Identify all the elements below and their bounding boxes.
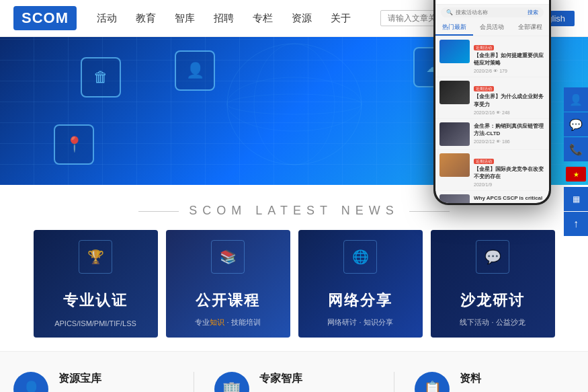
- card-icon-2: 📚: [211, 240, 245, 274]
- phone-list-item-3: 金生界：购销到真供应链管理方法-CLTD 2020/2/12 👁 186: [435, 119, 549, 150]
- phone-item-text-3: 金生界：购销到真供应链管理方法-CLTD 2020/2/12 👁 186: [474, 122, 545, 146]
- phone-item-meta-2: 2020/2/16 👁 248: [474, 110, 545, 115]
- phone-item-tag-2: 近期活动: [474, 86, 494, 91]
- logo[interactable]: SCOM: [13, 6, 77, 30]
- svg-point-0: [227, 44, 362, 165]
- phone-item-tag-1: 近期活动: [474, 45, 494, 50]
- phone-search-icon: 🔍: [446, 9, 453, 15]
- phone-tab-member[interactable]: 会员活动: [473, 20, 511, 36]
- right-sidebar: 👤 💬 📞 ★ ▦ ↑: [564, 87, 588, 236]
- card-subtitle-3: 网络研讨 · 知识分享: [298, 317, 423, 327]
- service-divider-1: [194, 372, 194, 392]
- card-subtitle-1: APICS/ISM/PMI/TIF/LSS: [34, 319, 158, 327]
- card-icon-1: 🏆: [79, 240, 112, 274]
- card-salon[interactable]: 💬 沙龙研讨 线下活动 · 公益沙龙: [431, 230, 555, 338]
- phone-tabs: 热门最新 会员活动 全部课程: [435, 20, 549, 36]
- phone-item-image-5: [439, 194, 470, 203]
- service-experts[interactable]: 🏢 专家智库 为广大求知者组建了拥有丰厚资历的高级专家智库: [214, 358, 374, 392]
- phone-item-text-5: Why APCS CSCP is critical to supp... Lea…: [474, 194, 545, 203]
- service-materials[interactable]: 📋 资料 SCOM 精品文: [415, 358, 575, 392]
- service-icon-materials: 📋: [415, 372, 450, 392]
- svg-point-3: [227, 94, 362, 114]
- card-icon-4: 💬: [476, 240, 509, 274]
- sidebar-flag-btn[interactable]: ★: [564, 162, 588, 186]
- sidebar-chat-btn[interactable]: 💬: [564, 112, 588, 136]
- service-icon-resources: 👤: [13, 372, 48, 392]
- phone-list-item-1: 近期活动 【金生界】如何提建重要供应链应对策略 2020/2/6 👁 179: [435, 36, 549, 77]
- phone-app-header: ✕ 活动列表 ···: [435, 0, 549, 5]
- nav-item-about[interactable]: 关于: [331, 12, 351, 25]
- phone-header-title: 活动列表: [478, 0, 507, 1]
- service-text-materials: 资料 SCOM 精品文: [460, 372, 510, 392]
- card-icon-3: 🌐: [343, 240, 377, 274]
- main-nav: 活动 教育 智库 招聘 专栏 资源 关于: [97, 12, 380, 25]
- sidebar-phone-btn[interactable]: 📞: [564, 137, 588, 161]
- phone-item-tag-4: 近期活动: [474, 159, 494, 164]
- phone-item-image-4: [439, 153, 470, 177]
- phone-frame: 2:36 ▓ 100% ✕ 活动列表 ··· 🔍 搜索 热门最新: [433, 0, 551, 205]
- services-row: 👤 资源宝库 为供应链人士提供各类优质资源站点与便捷服务平台 🏢 专家智库 为广…: [0, 351, 588, 392]
- service-resources[interactable]: 👤 资源宝库 为供应链人士提供各类优质资源站点与便捷服务平台: [13, 358, 173, 392]
- nav-item-columns[interactable]: 专栏: [253, 12, 273, 25]
- nav-item-jobs[interactable]: 招聘: [214, 12, 234, 25]
- sidebar-qr-btn[interactable]: ▦: [564, 187, 588, 211]
- card-deco-3: 🌐: [298, 240, 423, 274]
- card-title-1: 专业认证: [34, 290, 158, 311]
- phone-item-title-4: 【金星】国际炎龙竞争在改变不变的存在: [474, 165, 545, 180]
- hero-globe-svg: [194, 37, 395, 171]
- phone-item-text-1: 近期活动 【金生界】如何提建重要供应链应对策略 2020/2/6 👁 179: [474, 40, 545, 73]
- phone-item-image-2: [439, 81, 470, 104]
- service-icon-experts: 🏢: [214, 372, 249, 392]
- flag-icon: ★: [566, 167, 586, 182]
- service-divider-2: [394, 372, 394, 392]
- service-text-resources: 资源宝库 为供应链人士提供各类优质资源站点与便捷服务平台: [58, 372, 173, 392]
- phone-list-item-4: 近期活动 【金星】国际炎龙竞争在改变不变的存在 2020/1/9: [435, 150, 549, 191]
- card-sharing[interactable]: 🌐 网络分享 网络研讨 · 知识分享: [298, 230, 423, 338]
- phone-overlay: 2:36 ▓ 100% ✕ 活动列表 ··· 🔍 搜索 热门最新: [433, 0, 551, 205]
- card-deco-1: 🏆: [34, 240, 158, 274]
- hero-icon-4: 📍: [54, 124, 94, 165]
- phone-item-meta-3: 2020/2/12 👁 186: [474, 139, 545, 144]
- svg-point-2: [227, 77, 362, 131]
- sidebar-up-btn[interactable]: ↑: [564, 212, 588, 236]
- phone-item-title-2: 【金生界】为什么成企业财务享受力: [474, 93, 545, 108]
- phone-tab-all[interactable]: 全部课程: [511, 20, 549, 36]
- service-title-materials: 资料: [460, 372, 510, 386]
- card-title-3: 网络分享: [298, 290, 423, 311]
- card-title-4: 沙龙研讨: [431, 290, 555, 311]
- phone-item-meta-1: 2020/2/6 👁 179: [474, 69, 545, 73]
- nav-item-resources[interactable]: 资源: [292, 12, 312, 25]
- card-deco-4: 💬: [431, 240, 555, 274]
- card-courses[interactable]: 📚 公开课程 专业知识 · 技能培训: [166, 230, 290, 338]
- phone-item-title-1: 【金生界】如何提建重要供应链应对策略: [474, 52, 545, 67]
- service-title-experts: 专家智库: [259, 372, 374, 386]
- phone-search-input[interactable]: [456, 9, 516, 15]
- phone-search-submit[interactable]: 搜索: [528, 9, 538, 16]
- phone-list-item-5: Why APCS CSCP is critical to supp... Lea…: [435, 191, 549, 203]
- cards-row: 🏆 专业认证 APICS/ISM/PMI/TIF/LSS 📚 公开课程 专业知识…: [0, 230, 588, 351]
- phone-tab-hot[interactable]: 热门最新: [435, 20, 473, 36]
- hero-icon-1: 🗑: [81, 57, 121, 97]
- phone-item-text-2: 近期活动 【金生界】为什么成企业财务享受力 2020/2/16 👁 248: [474, 81, 545, 114]
- nav-item-education[interactable]: 教育: [136, 12, 156, 25]
- nav-item-activities[interactable]: 活动: [97, 12, 117, 25]
- card-subtitle-4: 线下活动 · 公益沙龙: [431, 317, 555, 327]
- service-title-resources: 资源宝库: [58, 372, 173, 386]
- phone-item-meta-4: 2020/1/9: [474, 182, 545, 187]
- sidebar-user-btn[interactable]: 👤: [564, 87, 588, 112]
- phone-item-image-3: [439, 122, 470, 146]
- phone-item-image-1: [439, 40, 470, 63]
- phone-item-text-4: 近期活动 【金星】国际炎龙竞争在改变不变的存在 2020/1/9: [474, 153, 545, 187]
- svg-point-1: [254, 44, 335, 165]
- hero-container: 🗑 👤 ☁ 📍 ⚙ 2:36 ▓ 100% ✕ 活动列表 ···: [0, 37, 588, 185]
- hero-icon-2: 👤: [175, 50, 215, 91]
- card-deco-2: 📚: [166, 240, 290, 274]
- phone-screen: 2:36 ▓ 100% ✕ 活动列表 ··· 🔍 搜索 热门最新: [435, 0, 549, 203]
- nav-item-library[interactable]: 智库: [175, 12, 195, 25]
- card-subtitle-2: 专业知识 · 技能培训: [166, 317, 290, 327]
- phone-search-bar: 🔍 搜索: [441, 7, 544, 17]
- card-certification[interactable]: 🏆 专业认证 APICS/ISM/PMI/TIF/LSS: [34, 230, 158, 338]
- service-text-experts: 专家智库 为广大求知者组建了拥有丰厚资历的高级专家智库: [259, 372, 374, 392]
- phone-list-item-2: 近期活动 【金生界】为什么成企业财务享受力 2020/2/16 👁 248: [435, 77, 549, 118]
- phone-item-title-3: 金生界：购销到真供应链管理方法-CLTD: [474, 122, 545, 137]
